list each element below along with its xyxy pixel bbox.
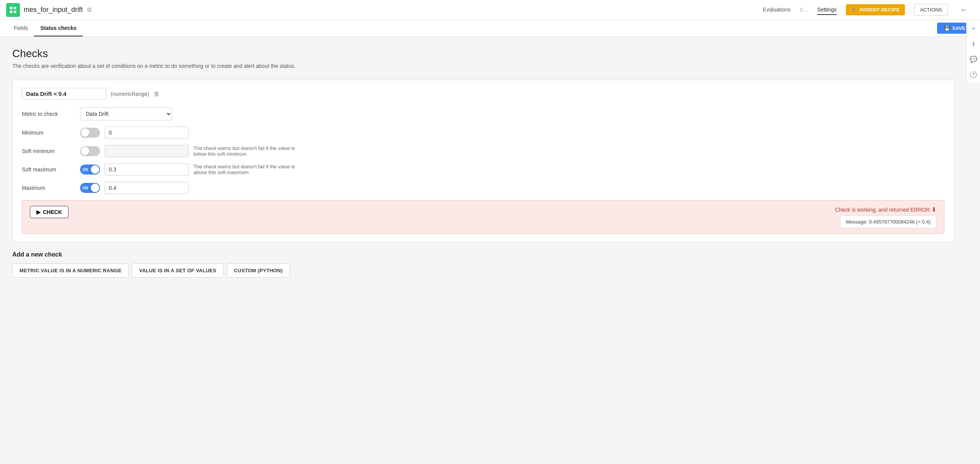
top-nav: Evaluations S… Settings 🔧 PARENT RECIPE … bbox=[763, 4, 968, 16]
sidebar-chat-icon[interactable]: 💬 bbox=[968, 54, 979, 64]
minimum-toggle-knob bbox=[81, 128, 89, 137]
top-bar-left: mes_for_input_drift ⚙ bbox=[6, 3, 92, 17]
soft-minimum-row: Soft minimum OFF The check warns but doe… bbox=[22, 145, 944, 157]
nav-settings[interactable]: Settings bbox=[817, 5, 837, 15]
maximum-input[interactable] bbox=[105, 182, 189, 194]
tab-status-checks[interactable]: Status checks bbox=[34, 20, 82, 36]
minimum-toggle[interactable]: OFF bbox=[80, 128, 100, 138]
dataset-name: mes_for_input_drift bbox=[24, 6, 83, 14]
check-type-buttons: METRIC VALUE IS IN A NUMERIC RANGE VALUE… bbox=[12, 263, 954, 278]
check-card: (numericRange) 🗑 Metric to check Data Dr… bbox=[12, 80, 954, 242]
metric-to-check-row: Metric to check Data Drift bbox=[22, 107, 944, 120]
maximum-toggle-knob bbox=[91, 184, 99, 192]
soft-minimum-label: Soft minimum bbox=[22, 148, 75, 154]
play-icon: ▶ bbox=[36, 209, 41, 215]
error-arrow-icon: ⬇ bbox=[931, 206, 936, 213]
minimum-row: Minimum OFF bbox=[22, 127, 944, 139]
soft-maximum-label: Soft maximum bbox=[22, 166, 75, 173]
right-sidebar: ＋ ℹ 💬 🕐 bbox=[966, 20, 980, 83]
svg-rect-0 bbox=[10, 7, 12, 9]
save-icon: 💾 bbox=[944, 25, 950, 31]
metric-select[interactable]: Data Drift bbox=[80, 107, 172, 120]
parent-recipe-label: PARENT RECIPE bbox=[860, 7, 900, 13]
top-bar: mes_for_input_drift ⚙ Evaluations S… Set… bbox=[0, 0, 980, 20]
delete-check-icon[interactable]: 🗑 bbox=[154, 90, 160, 97]
minimum-input[interactable] bbox=[105, 127, 189, 139]
check-type-label: (numericRange) bbox=[111, 91, 149, 97]
maximum-row: Maximum ON bbox=[22, 182, 944, 194]
check-result-right: Check is working, and returned ERROR ⬇ M… bbox=[835, 206, 936, 228]
add-set-values-button[interactable]: VALUE IS IN A SET OF VALUES bbox=[132, 263, 224, 278]
main-content: Checks The checks are verification about… bbox=[0, 37, 966, 288]
maximum-label: Maximum bbox=[22, 185, 75, 191]
sidebar-plus-icon[interactable]: ＋ bbox=[968, 23, 979, 34]
tab-fields[interactable]: Fields bbox=[8, 20, 34, 36]
nav-separator: S… bbox=[800, 7, 808, 13]
check-header: (numericRange) 🗑 bbox=[22, 88, 944, 100]
soft-minimum-toggle-knob bbox=[81, 147, 89, 155]
soft-maximum-toggle[interactable]: ON bbox=[80, 165, 100, 174]
error-text: Check is working, and returned ERROR ⬇ bbox=[835, 206, 936, 213]
check-name-input[interactable] bbox=[22, 88, 106, 100]
soft-maximum-input[interactable] bbox=[105, 163, 189, 176]
tabs-left: Fields Status checks bbox=[8, 20, 83, 36]
check-result-bar: ▶ CHECK Check is working, and returned E… bbox=[22, 200, 944, 234]
soft-maximum-toggle-label: ON bbox=[82, 168, 88, 172]
check-button-label: CHECK bbox=[43, 209, 62, 215]
svg-rect-3 bbox=[14, 10, 16, 13]
minimum-label: Minimum bbox=[22, 130, 75, 136]
message-box: Message: 0.495787700084246 (> 0.4) bbox=[840, 216, 936, 228]
dataset-settings-icon[interactable]: ⚙ bbox=[87, 6, 92, 13]
tabs-bar: Fields Status checks 💾 SAVE bbox=[0, 20, 980, 37]
add-check-section: Add a new check METRIC VALUE IS IN A NUM… bbox=[12, 251, 954, 278]
back-button[interactable]: ← bbox=[960, 5, 968, 14]
parent-recipe-button[interactable]: 🔧 PARENT RECIPE bbox=[846, 4, 905, 15]
check-button[interactable]: ▶ CHECK bbox=[30, 206, 69, 218]
sidebar-clock-icon[interactable]: 🕐 bbox=[968, 69, 979, 80]
svg-rect-2 bbox=[10, 10, 12, 13]
soft-maximum-hint: The check warns but doesn't fail if the … bbox=[193, 164, 308, 175]
page-title: Checks bbox=[12, 48, 954, 60]
add-check-title: Add a new check bbox=[12, 251, 954, 258]
soft-minimum-hint: The check warns but doesn't fail if the … bbox=[193, 145, 308, 157]
maximum-toggle[interactable]: ON bbox=[80, 183, 100, 193]
add-numeric-range-button[interactable]: METRIC VALUE IS IN A NUMERIC RANGE bbox=[12, 263, 129, 278]
soft-minimum-input[interactable] bbox=[105, 145, 189, 157]
sidebar-info-icon[interactable]: ℹ bbox=[968, 38, 979, 49]
soft-maximum-toggle-knob bbox=[91, 165, 99, 174]
app-logo bbox=[6, 3, 20, 17]
actions-button[interactable]: ACTIONS bbox=[914, 4, 948, 16]
soft-maximum-row: Soft maximum ON The check warns but does… bbox=[22, 163, 944, 176]
nav-evaluations[interactable]: Evaluations bbox=[763, 5, 790, 15]
add-custom-python-button[interactable]: CUSTOM (PYTHON) bbox=[227, 263, 290, 278]
metric-to-check-label: Metric to check bbox=[22, 111, 75, 117]
soft-minimum-toggle[interactable]: OFF bbox=[80, 146, 100, 156]
maximum-toggle-label: ON bbox=[82, 186, 88, 190]
svg-rect-1 bbox=[14, 7, 16, 9]
page-description: The checks are verification about a set … bbox=[12, 63, 954, 69]
parent-recipe-icon: 🔧 bbox=[851, 7, 857, 13]
logo-icon bbox=[9, 6, 17, 14]
